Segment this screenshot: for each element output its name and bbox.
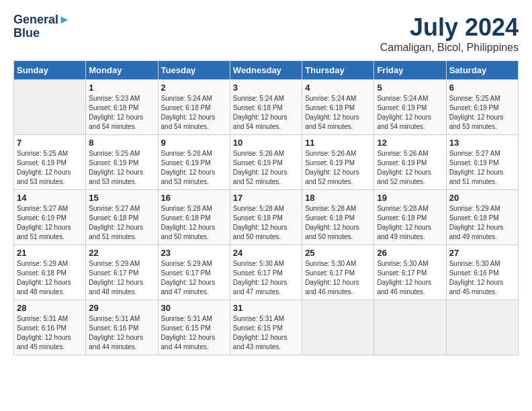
header-cell-thursday: Thursday (302, 61, 374, 80)
day-number: 30 (161, 303, 227, 313)
day-number: 31 (233, 303, 299, 313)
header-cell-saturday: Saturday (446, 61, 518, 80)
calendar-cell: 2Sunrise: 5:24 AM Sunset: 6:18 PM Daylig… (158, 80, 230, 135)
calendar-cell: 29Sunrise: 5:31 AM Sunset: 6:16 PM Dayli… (86, 300, 158, 355)
location: Camaligan, Bicol, Philippines (380, 42, 519, 54)
calendar-cell: 9Sunrise: 5:26 AM Sunset: 6:19 PM Daylig… (158, 135, 230, 190)
day-info: Sunrise: 5:26 AM Sunset: 6:19 PM Dayligh… (161, 149, 227, 187)
calendar-header: SundayMondayTuesdayWednesdayThursdayFrid… (14, 61, 519, 80)
calendar-cell: 20Sunrise: 5:29 AM Sunset: 6:18 PM Dayli… (446, 190, 518, 245)
day-number: 15 (89, 193, 154, 203)
calendar-cell (446, 300, 518, 355)
calendar-cell: 21Sunrise: 5:29 AM Sunset: 6:18 PM Dayli… (14, 245, 86, 300)
header-cell-sunday: Sunday (14, 61, 86, 80)
day-number: 18 (305, 193, 371, 203)
calendar-cell: 24Sunrise: 5:30 AM Sunset: 6:17 PM Dayli… (230, 245, 302, 300)
day-info: Sunrise: 5:31 AM Sunset: 6:15 PM Dayligh… (233, 314, 299, 352)
day-info: Sunrise: 5:30 AM Sunset: 6:17 PM Dayligh… (305, 259, 371, 297)
day-info: Sunrise: 5:31 AM Sunset: 6:16 PM Dayligh… (89, 314, 154, 352)
day-info: Sunrise: 5:26 AM Sunset: 6:19 PM Dayligh… (305, 149, 371, 187)
calendar-cell: 23Sunrise: 5:29 AM Sunset: 6:17 PM Dayli… (158, 245, 230, 300)
day-number: 26 (377, 248, 443, 258)
calendar-cell: 30Sunrise: 5:31 AM Sunset: 6:15 PM Dayli… (158, 300, 230, 355)
calendar-cell: 11Sunrise: 5:26 AM Sunset: 6:19 PM Dayli… (302, 135, 374, 190)
calendar-cell: 16Sunrise: 5:28 AM Sunset: 6:18 PM Dayli… (158, 190, 230, 245)
day-number: 17 (233, 193, 299, 203)
day-info: Sunrise: 5:30 AM Sunset: 6:17 PM Dayligh… (377, 259, 443, 297)
day-info: Sunrise: 5:29 AM Sunset: 6:18 PM Dayligh… (17, 259, 83, 297)
day-info: Sunrise: 5:24 AM Sunset: 6:18 PM Dayligh… (161, 94, 227, 132)
day-number: 10 (233, 138, 299, 148)
calendar-cell (302, 300, 374, 355)
calendar-week-2: 7Sunrise: 5:25 AM Sunset: 6:19 PM Daylig… (14, 135, 519, 190)
header-cell-tuesday: Tuesday (158, 61, 230, 80)
day-info: Sunrise: 5:27 AM Sunset: 6:19 PM Dayligh… (449, 149, 515, 187)
day-info: Sunrise: 5:26 AM Sunset: 6:19 PM Dayligh… (233, 149, 299, 187)
calendar-cell: 14Sunrise: 5:27 AM Sunset: 6:19 PM Dayli… (14, 190, 86, 245)
day-info: Sunrise: 5:27 AM Sunset: 6:18 PM Dayligh… (89, 204, 154, 242)
day-number: 3 (233, 83, 299, 93)
logo: General►Blue (13, 13, 71, 40)
calendar-cell: 7Sunrise: 5:25 AM Sunset: 6:19 PM Daylig… (14, 135, 86, 190)
day-info: Sunrise: 5:24 AM Sunset: 6:18 PM Dayligh… (233, 94, 299, 132)
day-info: Sunrise: 5:28 AM Sunset: 6:18 PM Dayligh… (161, 204, 227, 242)
calendar-cell: 28Sunrise: 5:31 AM Sunset: 6:16 PM Dayli… (14, 300, 86, 355)
calendar-week-1: 1Sunrise: 5:23 AM Sunset: 6:18 PM Daylig… (14, 80, 519, 135)
calendar-cell: 27Sunrise: 5:30 AM Sunset: 6:16 PM Dayli… (446, 245, 518, 300)
day-info: Sunrise: 5:31 AM Sunset: 6:15 PM Dayligh… (161, 314, 227, 352)
day-number: 7 (17, 138, 83, 148)
calendar-week-4: 21Sunrise: 5:29 AM Sunset: 6:18 PM Dayli… (14, 245, 519, 300)
calendar-cell: 6Sunrise: 5:25 AM Sunset: 6:19 PM Daylig… (446, 80, 518, 135)
calendar-cell: 12Sunrise: 5:26 AM Sunset: 6:19 PM Dayli… (374, 135, 446, 190)
calendar-week-3: 14Sunrise: 5:27 AM Sunset: 6:19 PM Dayli… (14, 190, 519, 245)
header-cell-monday: Monday (86, 61, 158, 80)
day-number: 8 (89, 138, 154, 148)
day-number: 24 (233, 248, 299, 258)
day-info: Sunrise: 5:25 AM Sunset: 6:19 PM Dayligh… (17, 149, 83, 187)
day-info: Sunrise: 5:28 AM Sunset: 6:18 PM Dayligh… (305, 204, 371, 242)
day-info: Sunrise: 5:23 AM Sunset: 6:18 PM Dayligh… (89, 94, 154, 132)
day-info: Sunrise: 5:24 AM Sunset: 6:18 PM Dayligh… (305, 94, 371, 132)
day-number: 29 (89, 303, 154, 313)
day-number: 11 (305, 138, 371, 148)
day-info: Sunrise: 5:27 AM Sunset: 6:19 PM Dayligh… (17, 204, 83, 242)
day-number: 5 (377, 83, 443, 93)
calendar-cell: 17Sunrise: 5:28 AM Sunset: 6:18 PM Dayli… (230, 190, 302, 245)
calendar-cell: 5Sunrise: 5:24 AM Sunset: 6:19 PM Daylig… (374, 80, 446, 135)
calendar-cell: 18Sunrise: 5:28 AM Sunset: 6:18 PM Dayli… (302, 190, 374, 245)
calendar-cell: 26Sunrise: 5:30 AM Sunset: 6:17 PM Dayli… (374, 245, 446, 300)
day-number: 21 (17, 248, 83, 258)
calendar-body: 1Sunrise: 5:23 AM Sunset: 6:18 PM Daylig… (14, 80, 519, 355)
calendar-cell: 4Sunrise: 5:24 AM Sunset: 6:18 PM Daylig… (302, 80, 374, 135)
calendar-cell: 15Sunrise: 5:27 AM Sunset: 6:18 PM Dayli… (86, 190, 158, 245)
day-info: Sunrise: 5:29 AM Sunset: 6:17 PM Dayligh… (161, 259, 227, 297)
calendar-cell: 10Sunrise: 5:26 AM Sunset: 6:19 PM Dayli… (230, 135, 302, 190)
day-info: Sunrise: 5:30 AM Sunset: 6:16 PM Dayligh… (449, 259, 515, 297)
day-info: Sunrise: 5:30 AM Sunset: 6:17 PM Dayligh… (233, 259, 299, 297)
calendar-cell: 31Sunrise: 5:31 AM Sunset: 6:15 PM Dayli… (230, 300, 302, 355)
calendar-cell: 3Sunrise: 5:24 AM Sunset: 6:18 PM Daylig… (230, 80, 302, 135)
calendar-cell: 13Sunrise: 5:27 AM Sunset: 6:19 PM Dayli… (446, 135, 518, 190)
day-info: Sunrise: 5:28 AM Sunset: 6:18 PM Dayligh… (377, 204, 443, 242)
day-info: Sunrise: 5:29 AM Sunset: 6:18 PM Dayligh… (449, 204, 515, 242)
calendar-cell (14, 80, 86, 135)
day-info: Sunrise: 5:25 AM Sunset: 6:19 PM Dayligh… (89, 149, 154, 187)
day-info: Sunrise: 5:25 AM Sunset: 6:19 PM Dayligh… (449, 94, 515, 132)
calendar-table: SundayMondayTuesdayWednesdayThursdayFrid… (13, 60, 519, 355)
month-year: July 2024 (380, 13, 519, 42)
logo-text: General►Blue (13, 13, 71, 40)
day-number: 6 (449, 83, 515, 93)
day-info: Sunrise: 5:31 AM Sunset: 6:16 PM Dayligh… (17, 314, 83, 352)
calendar-cell: 22Sunrise: 5:29 AM Sunset: 6:17 PM Dayli… (86, 245, 158, 300)
day-number: 16 (161, 193, 227, 203)
day-number: 27 (449, 248, 515, 258)
page-header: General►Blue July 2024 Camaligan, Bicol,… (13, 13, 519, 54)
day-info: Sunrise: 5:26 AM Sunset: 6:19 PM Dayligh… (377, 149, 443, 187)
day-number: 9 (161, 138, 227, 148)
header-cell-wednesday: Wednesday (230, 61, 302, 80)
day-info: Sunrise: 5:24 AM Sunset: 6:19 PM Dayligh… (377, 94, 443, 132)
calendar-week-5: 28Sunrise: 5:31 AM Sunset: 6:16 PM Dayli… (14, 300, 519, 355)
calendar-cell (374, 300, 446, 355)
header-row: SundayMondayTuesdayWednesdayThursdayFrid… (14, 61, 519, 80)
day-number: 19 (377, 193, 443, 203)
